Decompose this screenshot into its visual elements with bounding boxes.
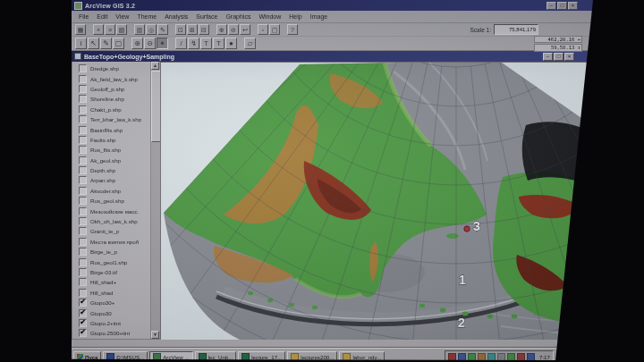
tray-icon-green[interactable]	[468, 353, 476, 360]
minimize-button[interactable]: –	[547, 2, 556, 10]
measure-tool[interactable]: /	[175, 38, 187, 49]
zoom-in-tool[interactable]: ⊕	[131, 38, 143, 49]
toc-layer-row[interactable]: Rus_flts.shp	[72, 145, 150, 155]
label-tool[interactable]: T	[200, 38, 212, 49]
toc-layer-row[interactable]: Rus_geol.shp	[72, 196, 150, 206]
layer-checkbox[interactable]	[79, 197, 87, 205]
scroll-down-icon[interactable]: ▼	[151, 331, 159, 339]
layer-checkbox[interactable]	[79, 217, 87, 225]
map-canvas[interactable]: 312	[161, 63, 593, 340]
layer-checkbox[interactable]	[79, 187, 87, 195]
layer-checkbox[interactable]: ✔	[79, 329, 87, 337]
tray-icon-shield[interactable]	[517, 353, 525, 360]
toc-layer-row[interactable]: Hill_shad	[72, 288, 150, 298]
open-table-button[interactable]: ▥	[134, 24, 145, 35]
layer-checkbox[interactable]	[79, 227, 87, 235]
menu-item-edit[interactable]: Edit	[97, 13, 107, 20]
select-feature-tool[interactable]: ▢	[113, 38, 124, 49]
menu-item-window[interactable]: Window	[258, 13, 281, 20]
toc-layer-row[interactable]: Rus_geol1.shp	[72, 257, 150, 266]
menu-item-theme[interactable]: Theme	[137, 13, 157, 20]
hotlink-tool[interactable]: ↯	[188, 38, 199, 49]
layer-checkbox[interactable]	[79, 258, 87, 266]
layer-checkbox[interactable]	[79, 176, 87, 184]
select-features-button[interactable]: ▫	[258, 24, 268, 35]
layer-checkbox[interactable]	[79, 75, 87, 83]
toc-layer-row[interactable]: Ak_field_law_k.shp	[72, 73, 150, 83]
pointer-tool[interactable]: ↖	[88, 38, 99, 49]
theme-properties-button[interactable]: ≡	[105, 24, 115, 35]
layer-checkbox[interactable]	[79, 156, 87, 164]
toc-layer-row[interactable]: Chakt_p.shp	[72, 105, 150, 114]
view-titlebar[interactable]: BaseTopo+Geology+Sampling – □ ×	[72, 51, 593, 62]
toc-layer-row[interactable]: Depth.shp	[72, 165, 150, 175]
menu-item-view[interactable]: View	[115, 13, 129, 20]
toc-layer-row[interactable]: ✔Gtopo30	[72, 307, 150, 317]
zoom-active-theme-button[interactable]: ⊞	[187, 24, 198, 35]
toc-layer-row[interactable]: Terr_khar_law_k.shp	[72, 114, 150, 124]
task-button[interactable]: lecture_17...	[238, 351, 285, 361]
tray-icon-blue[interactable]	[458, 353, 466, 360]
toc-layer-row[interactable]: Birge-03.tif	[72, 267, 150, 277]
toc-layer-row[interactable]: Granit_te_p	[72, 226, 150, 236]
vertex-edit-tool[interactable]: ✎	[100, 38, 112, 49]
clear-selection-button[interactable]: ▢	[269, 24, 280, 35]
menu-item-graphics[interactable]: Graphics	[225, 13, 250, 20]
layer-checkbox[interactable]	[79, 95, 87, 103]
edit-legend-button[interactable]: ▧	[116, 24, 127, 35]
maximize-button[interactable]: □	[557, 2, 567, 10]
help-button[interactable]: ?	[287, 24, 298, 35]
task-button[interactable]: D:\MSUS...	[103, 351, 148, 361]
zoom-full-extent-button[interactable]: ⊡	[175, 24, 186, 35]
layer-checkbox[interactable]	[79, 278, 87, 286]
layer-checkbox[interactable]	[79, 146, 87, 154]
area-tool[interactable]: ▱	[244, 38, 256, 49]
toc-layer-row[interactable]: Akvoder.shp	[72, 186, 150, 196]
tray-icon-ball[interactable]	[507, 353, 515, 360]
map-view[interactable]: 312	[160, 62, 593, 339]
layer-checkbox[interactable]	[79, 248, 87, 256]
toc-layer-row[interactable]: Geoloff_p.shp	[72, 84, 150, 94]
view-restore-button[interactable]: □	[554, 53, 564, 61]
layer-checkbox[interactable]	[79, 136, 87, 144]
layer-checkbox[interactable]	[79, 289, 87, 297]
toc-layer-row[interactable]: Мезозойские масс.	[72, 206, 150, 215]
tray-icon-display[interactable]	[497, 353, 505, 360]
identify-tool[interactable]: i	[75, 38, 87, 49]
find-button[interactable]: ◎	[146, 24, 157, 35]
tray-icon-red[interactable]	[448, 353, 456, 360]
task-button[interactable]: lectures200...	[287, 351, 337, 361]
tray-icon-orange[interactable]	[478, 353, 486, 360]
view-minimize-button[interactable]: –	[543, 53, 553, 61]
menu-item-file[interactable]: File	[79, 13, 89, 20]
query-builder-button[interactable]: ✎	[157, 24, 168, 35]
layer-checkbox[interactable]: ✔	[79, 309, 87, 317]
toc-layer-row[interactable]: ✔Gtopo.2500+tint	[72, 328, 150, 338]
task-button[interactable]: ArcView ...	[149, 351, 192, 361]
close-button[interactable]: ×	[568, 2, 578, 10]
zoom-selected-button[interactable]: ⊟	[199, 24, 209, 35]
tray-icon-teal[interactable]	[487, 353, 496, 360]
scroll-up-icon[interactable]: ▲	[151, 62, 159, 70]
text-tool[interactable]: T	[213, 38, 225, 49]
add-theme-button[interactable]: +	[93, 24, 104, 35]
zoom-in-button[interactable]: ⊕	[216, 24, 227, 35]
toc-layer-row[interactable]: Dredge.shp	[72, 63, 150, 73]
toc-layer-row[interactable]: ✔Gtopo30+	[72, 298, 150, 307]
task-button[interactable]: lec_Unit...	[195, 351, 237, 361]
layer-checkbox[interactable]: ✔	[79, 299, 87, 307]
layer-checkbox[interactable]	[79, 115, 87, 123]
toc-layer-row[interactable]: ✔Gtopo.2+tint	[72, 318, 150, 328]
layer-checkbox[interactable]	[79, 85, 87, 93]
menu-item-analysis[interactable]: Analysis	[165, 13, 188, 20]
layer-checkbox[interactable]	[79, 166, 87, 174]
menu-item-image[interactable]: Image	[310, 13, 327, 20]
tray-icon-net[interactable]	[527, 353, 535, 360]
toc-layer-row[interactable]: Ak_geol.shp	[72, 156, 150, 165]
toc-layer-row[interactable]: Birge_te_p	[72, 247, 150, 257]
view-close-button[interactable]: ×	[564, 53, 574, 61]
layer-checkbox[interactable]	[79, 238, 87, 246]
toc-layer-row[interactable]: BasinRis.shp	[72, 124, 150, 134]
toc-layer-row[interactable]: Shoreline.shp	[72, 94, 150, 104]
layer-checkbox[interactable]	[79, 126, 87, 134]
